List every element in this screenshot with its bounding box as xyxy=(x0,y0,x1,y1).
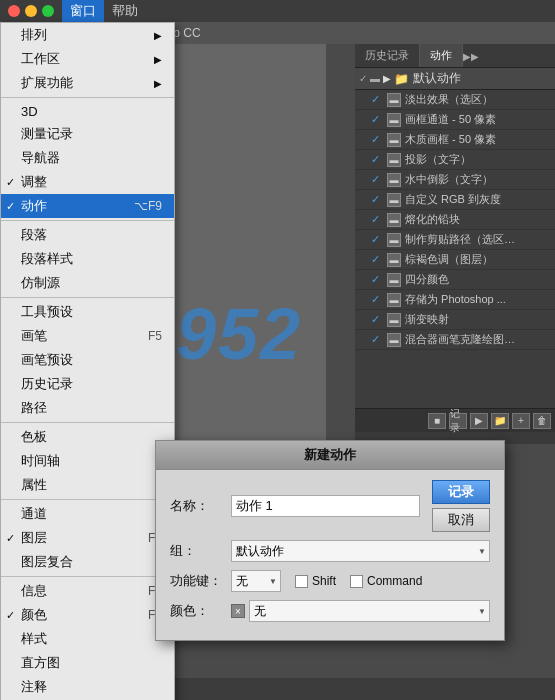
action-item[interactable]: ✓ ▬ 投影（文字） xyxy=(355,150,555,170)
action-icon: ▬ xyxy=(387,153,401,167)
action-item[interactable]: ✓ ▬ 画框通道 - 50 像素 xyxy=(355,110,555,130)
dialog-group-row: 组： 默认动作 xyxy=(170,540,490,562)
action-items-list: ✓ ▬ 淡出效果（选区） ✓ ▬ 画框通道 - 50 像素 ✓ ▬ 木质画框 -… xyxy=(355,90,555,350)
window-dropdown-menu: 排列▶工作区▶扩展功能▶3D测量记录导航器调整动作⌥F9段落段落样式仿制源工具预… xyxy=(0,22,175,700)
action-item[interactable]: ✓ ▬ 四分颜色 xyxy=(355,270,555,290)
menu-item-调整[interactable]: 调整 xyxy=(1,170,174,194)
menu-item-段落样式[interactable]: 段落样式 xyxy=(1,247,174,271)
menu-separator xyxy=(1,422,174,423)
menu-item-图层[interactable]: 图层F7 xyxy=(1,526,174,550)
menu-item-图层复合[interactable]: 图层复合 xyxy=(1,550,174,574)
new-action-button[interactable]: + xyxy=(512,413,530,429)
menu-item-段落[interactable]: 段落 xyxy=(1,223,174,247)
submenu-arrow-icon: ▶ xyxy=(154,54,162,65)
action-check: ✓ xyxy=(371,93,383,106)
stop-button[interactable]: ■ xyxy=(428,413,446,429)
action-check: ✓ xyxy=(371,213,383,226)
actions-folder-header[interactable]: ✓ ▬ ▶ 📁 默认动作 xyxy=(355,68,555,90)
menu-item-label: 导航器 xyxy=(21,149,60,167)
menu-item-仿制源[interactable]: 仿制源 xyxy=(1,271,174,295)
menu-item-label: 扩展功能 xyxy=(21,74,73,92)
menu-item-画笔[interactable]: 画笔F5 xyxy=(1,324,174,348)
action-check: ✓ xyxy=(371,313,383,326)
submenu-arrow-icon: ▶ xyxy=(154,30,162,41)
menu-item-label: 图层 xyxy=(21,529,47,547)
tab-history[interactable]: 历史记录 xyxy=(355,44,420,67)
menu-item-工具预设[interactable]: 工具预设 xyxy=(1,300,174,324)
menu-item-注释[interactable]: 注释 xyxy=(1,675,174,699)
name-input[interactable] xyxy=(231,495,420,517)
action-item[interactable]: ✓ ▬ 存储为 Photoshop ... xyxy=(355,290,555,310)
menu-item-直方图[interactable]: 直方图 xyxy=(1,651,174,675)
dialog-body: 名称： 记录 取消 组： 默认动作 功能键： xyxy=(156,470,504,640)
panel-menu-icon[interactable]: ▶▶ xyxy=(463,44,479,68)
menu-separator xyxy=(1,220,174,221)
dialog-hotkey-row: 功能键： 无 Shift Command xyxy=(170,570,490,592)
menu-item-label: 样式 xyxy=(21,630,47,648)
cancel-button[interactable]: 取消 xyxy=(432,508,490,532)
action-item[interactable]: ✓ ▬ 混合器画笔克隆绘图… xyxy=(355,330,555,350)
menu-item-扩展功能[interactable]: 扩展功能▶ xyxy=(1,71,174,95)
new-action-dialog[interactable]: 新建动作 名称： 记录 取消 组： 默认动作 xyxy=(155,440,505,641)
menu-item-动作[interactable]: 动作⌥F9 xyxy=(1,194,174,218)
menu-item-shortcut: ⌥F9 xyxy=(134,199,162,213)
action-item[interactable]: ✓ ▬ 渐变映射 xyxy=(355,310,555,330)
action-item[interactable]: ✓ ▬ 熔化的铅块 xyxy=(355,210,555,230)
record-button[interactable]: 记录 xyxy=(432,480,490,504)
action-label: 混合器画笔克隆绘图… xyxy=(405,332,515,347)
menu-item-label: 颜色 xyxy=(21,606,47,624)
menu-item-label: 工具预设 xyxy=(21,303,73,321)
action-icon: ▬ xyxy=(387,233,401,247)
tab-actions[interactable]: 动作 xyxy=(420,44,463,67)
menu-item-路径[interactable]: 路径 xyxy=(1,396,174,420)
menu-item-排列[interactable]: 排列▶ xyxy=(1,23,174,47)
action-check: ✓ xyxy=(371,133,383,146)
menu-item-画笔预设[interactable]: 画笔预设 xyxy=(1,348,174,372)
menu-item-导航器[interactable]: 导航器 xyxy=(1,146,174,170)
hotkey-select-wrapper: 无 xyxy=(231,570,281,592)
menu-item-色板[interactable]: 色板 xyxy=(1,425,174,449)
menu-item-测量记录[interactable]: 测量记录 xyxy=(1,122,174,146)
menu-item-样式[interactable]: 样式 xyxy=(1,627,174,651)
hotkey-select[interactable]: 无 xyxy=(231,570,281,592)
menu-item-历史记录[interactable]: 历史记录 xyxy=(1,372,174,396)
action-item[interactable]: ✓ ▬ 淡出效果（选区） xyxy=(355,90,555,110)
action-item[interactable]: ✓ ▬ 棕褐色调（图层） xyxy=(355,250,555,270)
action-item[interactable]: ✓ ▬ 制作剪贴路径（选区… xyxy=(355,230,555,250)
new-set-button[interactable]: 📁 xyxy=(491,413,509,429)
menu-item-3D[interactable]: 3D xyxy=(1,100,174,122)
action-item[interactable]: ✓ ▬ 木质画框 - 50 像素 xyxy=(355,130,555,150)
shift-checkbox[interactable] xyxy=(295,575,308,588)
menu-item-信息[interactable]: 信息F8 xyxy=(1,579,174,603)
close-window-button[interactable] xyxy=(8,5,20,17)
play-button[interactable]: ▶ xyxy=(470,413,488,429)
minimize-window-button[interactable] xyxy=(25,5,37,17)
action-icon: ▬ xyxy=(387,313,401,327)
action-icon: ▬ xyxy=(387,213,401,227)
menu-item-属性[interactable]: 属性 xyxy=(1,473,174,497)
delete-button[interactable]: 🗑 xyxy=(533,413,551,429)
group-select[interactable]: 默认动作 xyxy=(231,540,490,562)
panel-tabs: 历史记录 动作 ▶▶ xyxy=(355,44,555,68)
action-label: 水中倒影（文字） xyxy=(405,172,493,187)
menu-item-颜色[interactable]: 颜色F6 xyxy=(1,603,174,627)
panel-bottom-toolbar: ■ 记录 ▶ 📁 + 🗑 xyxy=(355,408,555,432)
menu-item-label: 路径 xyxy=(21,399,47,417)
command-checkbox[interactable] xyxy=(350,575,363,588)
window-menu-item[interactable]: 窗口 xyxy=(62,0,104,22)
menu-separator xyxy=(1,97,174,98)
menu-item-时间轴[interactable]: 时间轴 xyxy=(1,449,174,473)
action-item[interactable]: ✓ ▬ 自定义 RGB 到灰度 xyxy=(355,190,555,210)
menu-separator xyxy=(1,576,174,577)
menu-item-通道[interactable]: 通道 xyxy=(1,502,174,526)
action-check: ✓ xyxy=(371,333,383,346)
maximize-window-button[interactable] xyxy=(42,5,54,17)
help-menu-item[interactable]: 帮助 xyxy=(104,0,146,22)
group-select-wrapper: 默认动作 xyxy=(231,540,490,562)
record-button[interactable]: 记录 xyxy=(449,413,467,429)
color-label: 颜色： xyxy=(170,602,225,620)
actions-folder-label: 默认动作 xyxy=(413,70,461,87)
action-item[interactable]: ✓ ▬ 水中倒影（文字） xyxy=(355,170,555,190)
menu-item-工作区[interactable]: 工作区▶ xyxy=(1,47,174,71)
color-select[interactable]: 无 xyxy=(249,600,490,622)
